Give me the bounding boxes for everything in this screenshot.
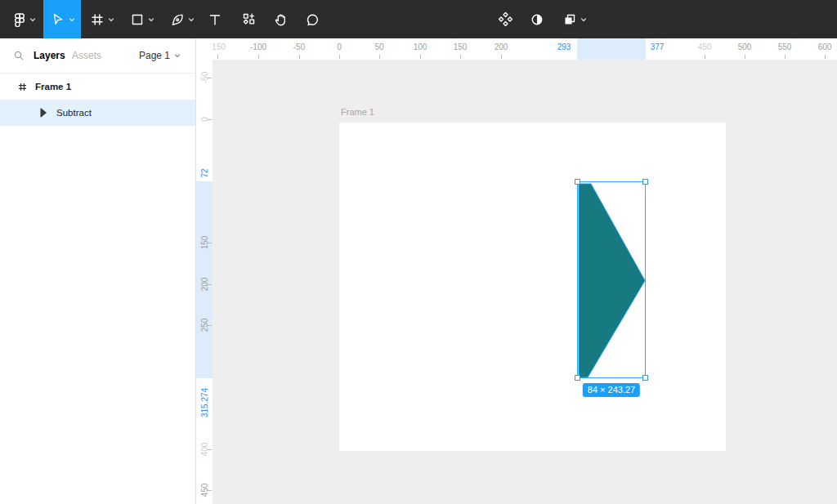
ruler-label: 150 (454, 42, 468, 51)
horizontal-ruler[interactable]: -150-100-5005010015020029337745050055060… (213, 38, 837, 60)
ruler-tick (299, 55, 300, 59)
pen-icon (170, 12, 185, 27)
chevron-down-icon (148, 16, 154, 23)
hand-icon (273, 12, 288, 27)
ruler-label: 200 (200, 278, 209, 292)
ruler-tick (460, 55, 461, 59)
ruler-label: 200 (495, 42, 508, 51)
text-tool-button[interactable] (203, 0, 227, 38)
ruler-label: 100 (414, 42, 427, 51)
layers-panel-header: Layers Assets Page 1 (0, 38, 195, 74)
ruler-label: 72 (200, 168, 209, 177)
resize-handle-bottom-left[interactable] (575, 375, 580, 381)
ruler-label: 377 (651, 42, 665, 51)
ruler-label: 400 (200, 443, 209, 457)
toolbar (0, 0, 837, 38)
ruler-label: 150 (200, 236, 209, 250)
resize-handle-bottom-right[interactable] (642, 375, 648, 381)
use-as-mask-button[interactable] (526, 0, 548, 38)
ruler-label: -50 (293, 42, 305, 51)
boolean-groups-button[interactable] (557, 0, 593, 38)
chevron-down-icon (580, 16, 587, 23)
ruler-tick (217, 55, 218, 59)
ruler-label: 50 (374, 42, 383, 51)
size-badge: 84 × 243.27 (583, 383, 640, 397)
selection-box[interactable]: 84 × 243.27 (577, 181, 646, 378)
figma-app-window: Layers Assets Page 1 Frame 1 Subtract (0, 0, 837, 504)
resize-handle-top-left[interactable] (575, 179, 580, 185)
ruler-tick (339, 55, 340, 59)
ruler-tick (258, 55, 259, 59)
subtract-vector-shape[interactable] (577, 181, 647, 380)
ruler-label: 450 (698, 42, 712, 51)
ruler-label: 293 (557, 42, 571, 51)
page-selector-label: Page 1 (139, 50, 170, 61)
ruler-label: 550 (778, 42, 792, 51)
ruler-tick (705, 55, 705, 59)
comment-tool-button[interactable] (300, 0, 325, 38)
ruler-tick (420, 55, 421, 59)
layers-panel: Layers Assets Page 1 Frame 1 Subtract (0, 38, 196, 504)
resize-handle-top-right[interactable] (642, 179, 648, 185)
main-menu-button[interactable] (7, 0, 43, 38)
ruler-label: 250 (200, 319, 209, 332)
vertical-ruler[interactable]: -50072150200250315.274400450 (196, 38, 213, 504)
resources-tool-button[interactable] (236, 0, 261, 38)
ruler-tick (785, 55, 786, 59)
tab-layers[interactable]: Layers (34, 50, 65, 61)
search-icon[interactable] (13, 50, 25, 65)
vector-shape-icon (38, 108, 48, 118)
shape-tool-button[interactable] (123, 0, 161, 38)
ruler-tick (745, 55, 745, 59)
component-diamonds-icon (498, 11, 513, 27)
ruler-label: 450 (200, 484, 209, 497)
frame-1[interactable] (339, 123, 726, 451)
comment-bubble-icon (305, 12, 320, 27)
ruler-label: 0 (200, 117, 209, 122)
chevron-down-icon (188, 16, 195, 23)
tab-assets[interactable]: Assets (72, 50, 101, 61)
move-cursor-icon (50, 11, 65, 27)
ruler-label: 315.274 (200, 388, 209, 417)
layer-label: Frame 1 (35, 82, 71, 91)
ruler-selection-highlight (577, 38, 646, 60)
frame-title-label[interactable]: Frame 1 (341, 107, 374, 117)
chevron-down-icon (69, 16, 75, 23)
resources-icon (242, 12, 256, 26)
frame-tool-button[interactable] (83, 0, 121, 38)
figma-logo-icon (13, 12, 26, 27)
frame-icon (17, 83, 27, 91)
ruler-label: 500 (738, 42, 752, 51)
frame-icon (90, 12, 105, 27)
page-selector[interactable]: Page 1 (139, 50, 181, 61)
layer-label: Subtract (56, 108, 92, 118)
ruler-tick (379, 55, 380, 59)
chevron-down-icon (174, 52, 181, 59)
layer-row-frame-1[interactable]: Frame 1 (0, 74, 195, 100)
ruler-label: 0 (337, 42, 342, 51)
canvas[interactable]: Frame 1 84 × 243.27 (213, 60, 837, 504)
chevron-down-icon (29, 16, 36, 23)
ruler-tick (825, 55, 826, 59)
boolean-squares-icon (562, 12, 577, 27)
ruler-label: -150 (213, 42, 226, 51)
rectangle-icon (130, 12, 145, 27)
ruler-label: -100 (250, 42, 266, 51)
chevron-down-icon (108, 16, 114, 23)
pen-tool-button[interactable] (163, 0, 201, 38)
text-icon (208, 12, 222, 27)
layer-row-subtract[interactable]: Subtract (0, 100, 195, 126)
ruler-label: -50 (200, 72, 209, 83)
create-component-button[interactable] (494, 0, 517, 38)
ruler-tick (501, 55, 502, 59)
mask-half-circle-icon (530, 12, 544, 27)
ruler-label: 600 (818, 42, 832, 51)
move-tool-button[interactable] (43, 0, 81, 38)
hand-tool-button[interactable] (268, 0, 293, 38)
